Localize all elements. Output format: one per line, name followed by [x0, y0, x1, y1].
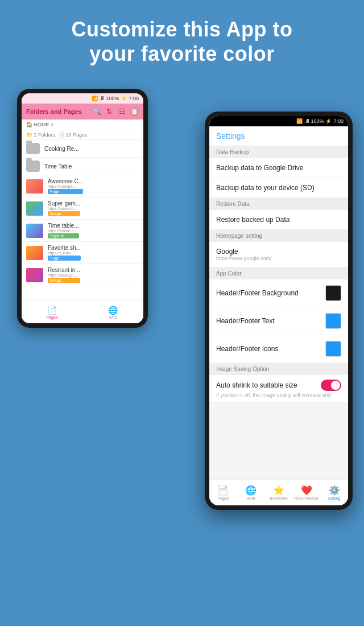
thumbnail	[26, 246, 43, 260]
list-item[interactable]: Super gam... https://www.do... Image	[22, 197, 143, 220]
item-url: https://www.do...	[48, 207, 80, 211]
hero-line1: Customize this App to	[71, 18, 292, 41]
thumbnail	[26, 268, 43, 282]
header-bg-label: Header/Footer Background	[216, 289, 299, 297]
app-header-pink: Folders and Pages 🔍 ⇅ ☷ 📋	[22, 104, 143, 120]
settings-content: Data Backup Backup data to Google Drive …	[209, 146, 348, 479]
item-name: Super gam...	[48, 200, 80, 207]
nav-bookmark-label: Bookmark	[270, 496, 288, 500]
item-name: Time table...	[48, 223, 79, 229]
add-icon[interactable]: 📋	[130, 107, 139, 116]
setting-icon: ⚙️	[329, 485, 340, 496]
thumbnail	[26, 179, 43, 193]
settings-title: Settings	[216, 131, 245, 141]
status-bar-1: 📶 .ill 100% ⚡ 7:00	[22, 93, 143, 104]
breadcrumb: 🏠 HOME >	[22, 120, 143, 130]
list-item[interactable]: Favorite sh... https://s.kaka... Page	[22, 242, 143, 264]
section-image-saving: Image Saving Option	[209, 363, 348, 375]
settings-item-homepage[interactable]: Google https://www.google.com/	[209, 242, 348, 267]
hero-line2: your favorite color	[89, 42, 275, 65]
item-name: Cooking Re...	[44, 146, 79, 152]
pages-icon: 📄	[47, 306, 57, 315]
list-item[interactable]: Time Table	[22, 158, 143, 175]
phones-container: 📶 .ill 100% ⚡ 7:00 Folders and Pages 🔍 ⇅…	[0, 77, 364, 567]
nav-pages-label: Pages	[47, 315, 58, 319]
restore-label: Restore backed up Data	[216, 216, 289, 224]
item-detail: Restrant in... https://www.gr... Image	[48, 267, 80, 283]
hero-title: Customize this App to your favorite colo…	[0, 0, 364, 77]
auto-shrink-sub: If you turn it off, the image quality wi…	[216, 392, 341, 398]
item-url: https://s.kaka...	[48, 251, 81, 255]
settings-item-restore[interactable]: Restore backed up Data	[209, 210, 348, 230]
color-swatch-blue[interactable]	[325, 313, 341, 329]
section-homepage: Homepage setting	[209, 230, 348, 242]
list-item[interactable]: Awesome C... https://cookpa... Page	[22, 175, 143, 197]
search-icon[interactable]: 🔍	[92, 107, 101, 116]
settings-item-header-icons[interactable]: Header/Footer Icons	[209, 335, 348, 363]
phone-1-screen: 📶 .ill 100% ⚡ 7:00 Folders and Pages 🔍 ⇅…	[22, 93, 143, 323]
nav-bookmark[interactable]: ⭐ Bookmark	[265, 480, 293, 505]
time-1: 7:00	[129, 96, 139, 101]
settings-item-header-bg[interactable]: Header/Footer Background	[209, 279, 348, 307]
app-title-1: Folders and Pages	[26, 108, 82, 115]
header-text-label: Header/Footer Text	[216, 317, 275, 325]
list-item[interactable]: Restrant in... https://www.gr... Image	[22, 264, 143, 286]
nav-web[interactable]: 🌐 Web	[82, 301, 143, 323]
item-detail: Super gam... https://www.do... Image	[48, 200, 80, 216]
recommends-icon: ❤️	[301, 485, 312, 496]
item-url: https://cookpa...	[48, 184, 83, 188]
bookmark-icon: ⭐	[273, 485, 284, 496]
color-swatch-blue2[interactable]	[325, 341, 341, 357]
header-icons-label: Header/Footer Icons	[216, 345, 278, 353]
badge: Image	[48, 211, 80, 216]
backup-sd-label: Backup data to your device (SD)	[216, 184, 315, 192]
nav-recommends[interactable]: ❤️ Recommends	[292, 480, 320, 505]
settings-item-header-text[interactable]: Header/Footer Text	[209, 307, 348, 335]
wifi-icon-1: 📶	[92, 96, 98, 101]
item-detail: Awesome C... https://cookpa... Page	[48, 178, 83, 194]
list-item[interactable]: Cooking Re...	[22, 140, 143, 158]
section-restore-data: Restore Data	[209, 198, 348, 210]
auto-shrink-toggle[interactable]	[321, 380, 341, 391]
status-bar-2: 📶 .ill 100% ⚡ 7:00	[209, 116, 348, 126]
header-icons: 🔍 ⇅ ☷ 📋	[92, 107, 139, 116]
badge: Page	[48, 189, 83, 194]
color-swatch-black[interactable]	[325, 285, 341, 301]
item-name: Awesome C...	[48, 178, 83, 184]
nav-pages[interactable]: 📄 Pages	[22, 301, 82, 323]
sort-icon[interactable]: ⇅	[105, 107, 114, 116]
web-icon-2: 🌐	[245, 485, 257, 496]
web-icon: 🌐	[108, 306, 118, 315]
phone-2-screen: 📶 .ill 100% ⚡ 7:00 Settings Data Backup …	[209, 116, 348, 505]
signal-icon-1: .ill	[100, 96, 105, 101]
item-name: Favorite sh...	[48, 245, 81, 251]
list-item[interactable]: Time table... https://ekitan.c... Captur…	[22, 220, 143, 242]
folder-count: 📁 2 Folders, 📄 10 Pages	[22, 130, 143, 140]
nav-web-2[interactable]: 🌐 Web	[237, 480, 265, 505]
section-app-color: App Color	[209, 267, 348, 279]
bolt-1: ⚡	[121, 96, 127, 101]
phone-1: 📶 .ill 100% ⚡ 7:00 Folders and Pages 🔍 ⇅…	[17, 89, 148, 328]
badge: Page	[48, 256, 81, 261]
item-detail: Favorite sh... https://s.kaka... Page	[48, 245, 81, 261]
nav-web-label: Web	[109, 315, 117, 319]
folder-icon	[26, 143, 40, 154]
nav-pages-2[interactable]: 📄 Pages	[209, 480, 237, 505]
nav-web-label-2: Web	[247, 496, 255, 500]
item-url: https://ekitan.c...	[48, 229, 79, 233]
homepage-detail: Google https://www.google.com/	[216, 248, 272, 261]
settings-item-auto-shrink[interactable]: Auto shrink to suitable size If you turn…	[209, 375, 348, 403]
backup-drive-label: Backup data to Google Drive	[216, 164, 303, 172]
auto-shrink-row: Auto shrink to suitable size	[216, 380, 341, 391]
bottom-nav-1: 📄 Pages 🌐 Web	[22, 300, 143, 323]
thumbnail	[26, 201, 43, 216]
phone-2: 📶 .ill 100% ⚡ 7:00 Settings Data Backup …	[205, 112, 353, 510]
time-2: 7:00	[333, 118, 344, 124]
nav-setting[interactable]: ⚙️ Setting	[320, 480, 348, 505]
settings-item-backup-drive[interactable]: Backup data to Google Drive	[209, 158, 348, 178]
grid-icon[interactable]: ☷	[117, 107, 126, 116]
badge: Capture	[48, 233, 79, 238]
auto-shrink-label: Auto shrink to suitable size	[216, 381, 297, 389]
badge: Image	[48, 278, 80, 283]
settings-item-backup-sd[interactable]: Backup data to your device (SD)	[209, 178, 348, 198]
